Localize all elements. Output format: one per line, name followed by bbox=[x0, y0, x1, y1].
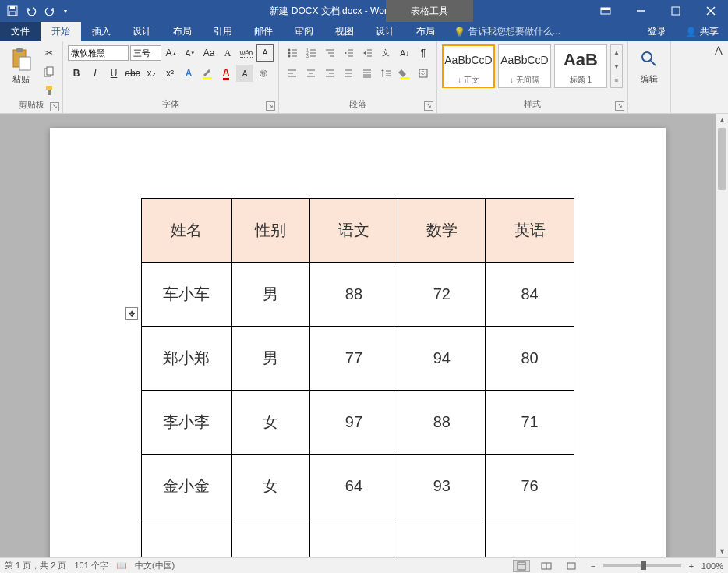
share-button[interactable]: 👤共享 bbox=[676, 22, 728, 41]
paste-button[interactable]: 粘贴 bbox=[5, 44, 37, 87]
indent-dec-button[interactable] bbox=[340, 44, 357, 62]
tab-review[interactable]: 审阅 bbox=[284, 22, 324, 41]
clear-format-button[interactable]: A bbox=[219, 44, 236, 62]
sort-button[interactable]: A↓ bbox=[396, 44, 413, 62]
table-cell[interactable]: 94 bbox=[398, 327, 486, 391]
gallery-up-icon[interactable]: ▲ bbox=[611, 45, 622, 59]
shading-button[interactable] bbox=[396, 65, 413, 82]
table-cell[interactable] bbox=[231, 518, 309, 558]
page-count[interactable]: 第 1 页，共 2 页 bbox=[5, 560, 66, 571]
strike-button[interactable]: abc bbox=[124, 65, 141, 82]
scroll-down-icon[interactable]: ▼ bbox=[716, 545, 728, 557]
find-button[interactable]: 编辑 bbox=[633, 44, 666, 87]
zoom-slider[interactable] bbox=[603, 564, 681, 567]
table-header-cell[interactable]: 英语 bbox=[486, 199, 574, 263]
table-cell[interactable]: 车小车 bbox=[142, 263, 232, 327]
tab-mailings[interactable]: 邮件 bbox=[243, 22, 284, 41]
paragraph-launcher[interactable]: ↘ bbox=[424, 101, 433, 111]
table-cell[interactable] bbox=[486, 518, 574, 558]
save-icon[interactable] bbox=[5, 2, 20, 19]
word-count[interactable]: 101 个字 bbox=[74, 560, 108, 571]
clipboard-launcher[interactable]: ↘ bbox=[50, 102, 59, 111]
table-cell[interactable]: 93 bbox=[398, 455, 486, 518]
tab-references[interactable]: 引用 bbox=[203, 22, 243, 41]
italic-button[interactable]: I bbox=[87, 65, 104, 82]
table-cell[interactable]: 金小金 bbox=[142, 455, 232, 518]
vertical-scrollbar[interactable]: ▲ ▼ bbox=[716, 114, 728, 557]
styles-launcher[interactable]: ↘ bbox=[615, 101, 624, 111]
indent-inc-button[interactable] bbox=[359, 44, 376, 62]
table-cell[interactable]: 71 bbox=[486, 391, 574, 455]
line-spacing-button[interactable] bbox=[377, 65, 394, 82]
bullets-button[interactable] bbox=[284, 44, 301, 62]
table-cell[interactable] bbox=[398, 518, 486, 558]
tab-insert[interactable]: 插入 bbox=[81, 22, 122, 41]
align-left-button[interactable] bbox=[284, 65, 301, 82]
table-header-cell[interactable]: 性别 bbox=[231, 199, 309, 263]
enclose-char-button[interactable]: ㊕ bbox=[255, 65, 272, 82]
table-cell[interactable]: 64 bbox=[309, 455, 398, 518]
close-icon[interactable] bbox=[693, 0, 728, 22]
change-case-button[interactable]: Aa bbox=[200, 44, 217, 62]
view-read-mode-icon[interactable] bbox=[538, 560, 555, 572]
table-cell[interactable]: 男 bbox=[231, 327, 309, 391]
align-distribute-button[interactable] bbox=[359, 65, 376, 82]
style-heading1[interactable]: AaB标题 1 bbox=[554, 44, 607, 88]
align-right-button[interactable] bbox=[321, 65, 338, 82]
text-effects-button[interactable]: A bbox=[180, 65, 197, 82]
maximize-icon[interactable] bbox=[658, 0, 693, 22]
align-center-button[interactable] bbox=[302, 65, 320, 82]
format-painter-button[interactable] bbox=[41, 82, 58, 99]
highlight-button[interactable] bbox=[199, 65, 216, 82]
char-border-button[interactable]: A bbox=[256, 44, 274, 62]
table-cell[interactable]: 88 bbox=[309, 263, 398, 327]
scroll-up-icon[interactable]: ▲ bbox=[716, 114, 728, 126]
tell-me-search[interactable]: 💡告诉我您想要做什么... bbox=[446, 22, 568, 41]
gallery-down-icon[interactable]: ▼ bbox=[611, 59, 622, 73]
table-header-cell[interactable]: 语文 bbox=[309, 199, 398, 263]
tab-file[interactable]: 文件 bbox=[0, 22, 41, 41]
zoom-out-button[interactable]: − bbox=[588, 561, 599, 571]
tab-layout[interactable]: 布局 bbox=[162, 22, 203, 41]
font-name-combo[interactable] bbox=[68, 45, 129, 61]
undo-icon[interactable] bbox=[23, 2, 39, 19]
table-cell[interactable]: 84 bbox=[486, 263, 574, 327]
gallery-expand-icon[interactable]: ≡ bbox=[611, 73, 622, 87]
document-table[interactable]: 姓名 性别 语文 数学 英语 车小车 男 88 72 84 郑小郑 男 77 9… bbox=[141, 198, 574, 557]
table-cell[interactable] bbox=[309, 518, 398, 558]
collapse-ribbon-icon[interactable]: ⋀ bbox=[709, 41, 728, 113]
view-web-layout-icon[interactable] bbox=[563, 560, 580, 572]
copy-button[interactable] bbox=[41, 63, 58, 80]
show-marks-button[interactable]: ¶ bbox=[415, 44, 432, 62]
table-cell[interactable]: 88 bbox=[398, 391, 486, 455]
multilevel-button[interactable] bbox=[321, 44, 338, 62]
cut-button[interactable]: ✂ bbox=[41, 44, 58, 62]
phonetic-button[interactable]: wén bbox=[238, 44, 255, 62]
table-cell[interactable]: 97 bbox=[309, 391, 398, 455]
asian-layout-button[interactable]: 文 bbox=[377, 44, 394, 62]
redo-icon[interactable] bbox=[42, 2, 58, 19]
minimize-icon[interactable] bbox=[623, 0, 658, 22]
proofing-icon[interactable]: 📖 bbox=[116, 561, 127, 571]
table-cell[interactable]: 80 bbox=[486, 327, 574, 391]
language-status[interactable]: 中文(中国) bbox=[135, 560, 175, 571]
tab-table-layout[interactable]: 布局 bbox=[405, 22, 446, 41]
tab-design[interactable]: 设计 bbox=[122, 22, 162, 41]
view-print-layout-icon[interactable] bbox=[513, 560, 530, 572]
tab-home[interactable]: 开始 bbox=[41, 22, 81, 41]
table-cell[interactable]: 女 bbox=[231, 391, 309, 455]
table-cell[interactable] bbox=[142, 518, 232, 558]
font-launcher[interactable]: ↘ bbox=[266, 101, 275, 111]
table-cell[interactable]: 76 bbox=[486, 455, 574, 518]
char-shading-button[interactable]: A bbox=[236, 65, 253, 82]
numbering-button[interactable]: 123 bbox=[302, 44, 320, 62]
subscript-button[interactable]: x₂ bbox=[143, 65, 160, 82]
ribbon-options-icon[interactable] bbox=[588, 0, 623, 22]
zoom-level[interactable]: 100% bbox=[701, 561, 723, 571]
login-button[interactable]: 登录 bbox=[638, 22, 676, 41]
grow-font-button[interactable]: A▲ bbox=[163, 44, 180, 62]
table-header-cell[interactable]: 数学 bbox=[398, 199, 486, 263]
style-nospacing[interactable]: AaBbCcD↓ 无间隔 bbox=[498, 44, 551, 88]
superscript-button[interactable]: x² bbox=[161, 65, 178, 82]
table-cell[interactable]: 郑小郑 bbox=[142, 327, 232, 391]
